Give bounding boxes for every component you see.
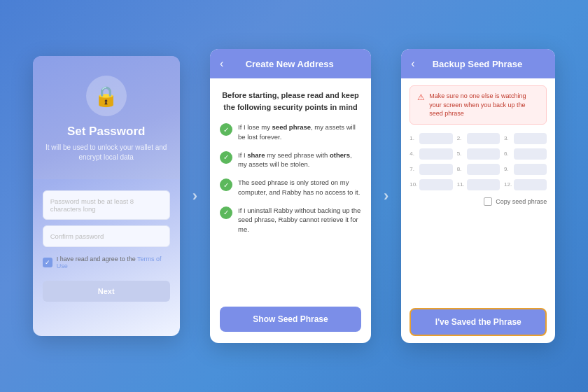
security-item-3: ✓ The seed phrase is only stored on my c…: [220, 178, 361, 197]
card1-body: Password must be at least 8 characters l…: [33, 179, 180, 336]
copy-checkbox[interactable]: [484, 197, 492, 206]
terms-row: ✓ I have read and agree to the Terms of …: [43, 255, 170, 270]
create-address-card: ‹ Create New Address Before starting, pl…: [210, 49, 371, 343]
back-button-card2[interactable]: ‹: [220, 57, 223, 70]
security-item-2: ✓ If I share my seed phrase with others,…: [220, 150, 361, 170]
show-phrase-button[interactable]: Show Seed Phrase: [220, 307, 361, 332]
seed-word-9: 9.: [504, 164, 547, 175]
terms-text-static: I have read and agree to the: [57, 255, 137, 262]
card1-subtitle: It will be used to unlock your wallet an…: [44, 143, 169, 162]
seed-word-8: 8.: [457, 164, 500, 175]
saved-phrase-button[interactable]: I've Saved the Phrase: [410, 308, 547, 336]
check-icon-4: ✓: [220, 206, 232, 219]
security-text-2: If I share my seed phrase with others, m…: [238, 150, 361, 170]
card2-body: Before starting, please read and keep th…: [210, 78, 371, 343]
confirm-password-input[interactable]: Confirm password: [43, 225, 170, 247]
warning-icon: ⚠: [417, 92, 425, 102]
security-item-4: ✓ If I uninstall Rabby without backing u…: [220, 206, 361, 234]
arrow-1: ›: [192, 187, 197, 205]
backup-seed-card: ‹ Backup Seed Phrase ⚠ Make sure no one …: [401, 49, 555, 343]
back-button-card3[interactable]: ‹: [411, 57, 414, 70]
card3-body: ⚠ Make sure no one else is watching your…: [401, 78, 555, 343]
card3-header: ‹ Backup Seed Phrase: [401, 49, 555, 78]
steps-container: 🔒 Set Password It will be used to unlock…: [33, 49, 556, 343]
seed-grid: 1. 2. 3. 4. 5. 6. 7. 8. 9. 10. 11. 12.: [410, 133, 547, 190]
card3-header-title: Backup Seed Phrase: [421, 59, 535, 69]
copy-row: Copy seed phrase: [410, 197, 547, 206]
arrow-2: ›: [384, 187, 388, 205]
seed-word-4: 4.: [410, 148, 452, 160]
next-button[interactable]: Next: [43, 281, 170, 302]
seed-word-6: 6.: [504, 148, 547, 160]
security-text-4: If I uninstall Rabby without backing up …: [238, 206, 361, 234]
card1-title: Set Password: [67, 125, 146, 139]
security-heading: Before starting, please read and keep th…: [220, 90, 361, 113]
seed-word-2: 2.: [457, 133, 500, 144]
check-icon-1: ✓: [220, 123, 232, 136]
security-text-1: If I lose my seed phrase, my assets will…: [238, 122, 361, 142]
seed-word-12: 12.: [504, 179, 547, 190]
lock-icon: 🔒: [94, 85, 118, 108]
security-text-3: The seed phrase is only stored on my com…: [238, 178, 361, 197]
seed-word-7: 7.: [410, 164, 452, 175]
seed-word-3: 3.: [504, 133, 547, 144]
card2-header-title: Create New Address: [229, 59, 350, 69]
card2-header: ‹ Create New Address: [210, 49, 371, 78]
seed-word-11: 11.: [457, 179, 500, 190]
terms-text: I have read and agree to the Terms of Us…: [57, 255, 170, 270]
lock-icon-wrap: 🔒: [86, 76, 127, 116]
terms-checkbox[interactable]: ✓: [43, 258, 52, 267]
card1-top: 🔒 Set Password It will be used to unlock…: [33, 56, 180, 179]
seed-word-5: 5.: [457, 148, 500, 160]
check-icon-2: ✓: [220, 151, 232, 164]
set-password-card: 🔒 Set Password It will be used to unlock…: [33, 56, 180, 336]
password-input[interactable]: Password must be at least 8 characters l…: [43, 190, 170, 220]
seed-word-1: 1.: [410, 133, 452, 144]
warning-text: Make sure no one else is watching your s…: [429, 92, 539, 118]
warning-banner: ⚠ Make sure no one else is watching your…: [410, 85, 547, 125]
security-item-1: ✓ If I lose my seed phrase, my assets wi…: [220, 122, 361, 142]
seed-word-10: 10.: [410, 179, 452, 190]
check-icon-3: ✓: [220, 178, 232, 191]
copy-label: Copy seed phrase: [496, 198, 547, 205]
